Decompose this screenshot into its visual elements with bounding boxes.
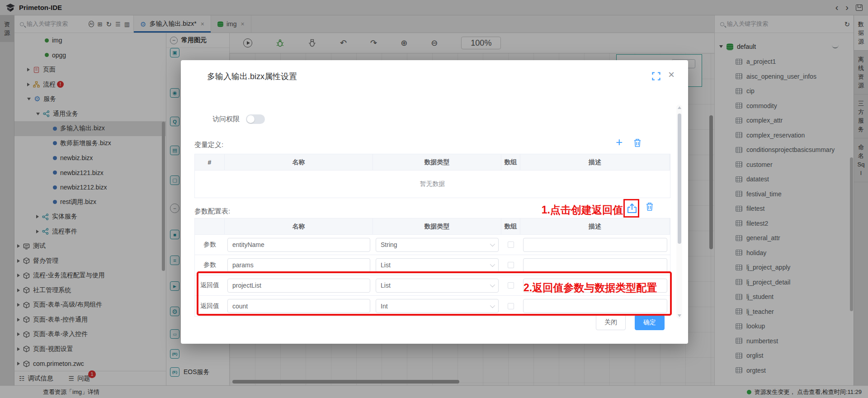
param-name-input[interactable]	[227, 238, 370, 252]
column-header: 数据类型	[373, 154, 501, 171]
delete-param-icon[interactable]	[645, 202, 654, 212]
column-header: 数组	[501, 218, 520, 235]
variables-table-header: #名称数据类型数组描述	[195, 154, 670, 171]
param-array-checkbox[interactable]	[508, 262, 514, 268]
column-header: 名称	[225, 154, 373, 171]
fullscreen-icon[interactable]	[652, 72, 660, 81]
dialog-scrollbar[interactable]	[676, 104, 682, 319]
create-return-value-icon[interactable]	[627, 203, 637, 214]
annotation-step1-highlight	[623, 199, 639, 218]
param-name-input[interactable]	[227, 258, 370, 272]
column-header: 描述	[520, 154, 670, 171]
app-window: Primeton-IDE 资源 输入关键字搜索 AI	[0, 0, 868, 398]
chevron-down-icon	[490, 242, 495, 246]
close-button[interactable]: 关闭	[596, 315, 626, 330]
add-variable-icon[interactable]: +	[616, 136, 623, 148]
params-table-header: 名称数据类型数组描述	[195, 218, 670, 235]
param-datatype-value: List	[381, 261, 391, 269]
empty-data-text: 暂无数据	[195, 171, 670, 198]
param-datatype-value: String	[381, 241, 397, 248]
access-permission-toggle[interactable]	[246, 114, 265, 124]
column-header: #	[195, 154, 225, 171]
param-datatype-select[interactable]: String	[376, 238, 499, 252]
param-desc-input[interactable]	[523, 238, 667, 252]
param-row: 参数 String	[195, 235, 670, 255]
param-datatype-select[interactable]: List	[376, 258, 499, 272]
close-icon[interactable]: ×	[668, 68, 675, 81]
variables-section-label: 变量定义:	[194, 141, 223, 149]
scroll-down-icon[interactable]	[678, 314, 681, 317]
param-kind-label: 参数	[195, 235, 225, 255]
annotation-step2: 2.返回值参数与数据类型配置	[524, 281, 657, 295]
access-permission-label: 访问权限	[212, 115, 240, 123]
column-header: 名称	[225, 218, 373, 235]
variables-table: #名称数据类型数组描述 暂无数据	[194, 154, 670, 198]
column-header: 描述	[520, 218, 670, 235]
delete-variable-icon[interactable]	[633, 138, 642, 148]
scroll-up-icon[interactable]	[678, 106, 681, 109]
dialog-title: 多输入输出.bizx属性设置	[207, 71, 297, 82]
column-header: 数组	[501, 154, 520, 171]
column-header: 数据类型	[373, 218, 501, 235]
annotation-step1: 1.点击创建返回值	[510, 203, 623, 217]
param-array-checkbox[interactable]	[508, 242, 514, 248]
scrollbar-thumb[interactable]	[678, 114, 681, 244]
confirm-button[interactable]: 确定	[635, 315, 665, 330]
column-header	[195, 218, 225, 235]
params-section-label: 参数配置表:	[194, 207, 230, 216]
param-desc-input[interactable]	[523, 258, 667, 272]
chevron-down-icon	[490, 262, 495, 267]
